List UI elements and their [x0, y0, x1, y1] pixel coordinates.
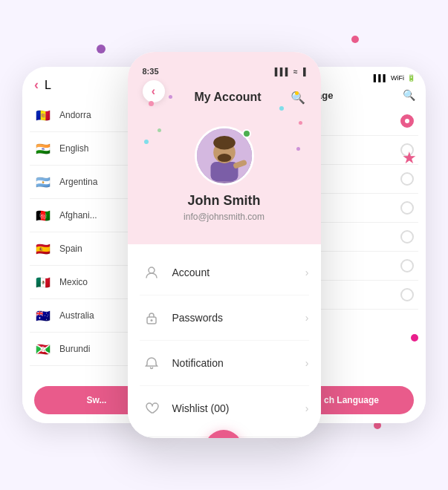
menu-arrow-notification: ›	[305, 357, 309, 369]
radio-unselected[interactable]	[400, 259, 414, 272]
main-phone-top: ‹ My Account 🔍	[128, 80, 321, 244]
confetti-dot-2	[169, 95, 172, 99]
decor-dot-1	[97, 45, 105, 53]
country-label: Argentina	[59, 177, 97, 187]
right-pink-dot	[411, 334, 418, 342]
menu-item-wishlist[interactable]: Wishlist (00) ›	[140, 386, 309, 431]
svg-point-6	[149, 267, 155, 273]
signal-icon: ▌▌▌	[374, 74, 388, 82]
confetti-dot-7	[144, 140, 149, 144]
menu-label-wishlist: Wishlist (00)	[172, 402, 230, 414]
main-status-bar: 8:35 ▌▌▌ ≈ ▐	[128, 52, 321, 80]
radio-selected[interactable]	[400, 114, 414, 128]
country-label: Afghani...	[59, 210, 97, 220]
radio-unselected[interactable]	[400, 230, 414, 244]
radio-unselected[interactable]	[400, 201, 414, 215]
radio-unselected[interactable]	[400, 172, 414, 186]
svg-point-3	[213, 136, 236, 150]
confetti-dot-4	[295, 91, 299, 95]
radio-unselected[interactable]	[400, 288, 414, 301]
decor-dot-2	[351, 36, 359, 43]
flag-icon: 🇮🇳	[34, 140, 52, 157]
status-icons: ▌▌▌ WiFi 🔋	[374, 74, 415, 82]
main-status-time: 8:35	[143, 67, 159, 76]
menu-arrow-passwords: ›	[305, 312, 309, 324]
flag-icon: 🇪🇸	[34, 240, 52, 258]
profile-section: John Smith info@johnsmith.com	[143, 126, 306, 229]
main-signal-icon: ▌▌▌	[275, 68, 290, 76]
confetti-dot-8	[296, 147, 300, 151]
flag-icon: 🇦🇺	[34, 307, 52, 324]
menu-item-left: Notification	[140, 351, 224, 375]
main-header-title: My Account	[194, 91, 261, 104]
main-wifi-icon: ≈	[293, 68, 298, 76]
country-label: Burundi	[59, 344, 90, 354]
country-label: English	[59, 143, 88, 154]
menu-label-notification: Notification	[172, 357, 224, 369]
menu-arrow-wishlist: ›	[305, 402, 309, 414]
menu-label-passwords: Passwords	[172, 312, 223, 324]
menu-section: Account › Passwords ›	[128, 244, 321, 437]
flag-icon: 🇧🇮	[34, 340, 52, 358]
profile-name: John Smith	[188, 193, 261, 209]
confetti-dot-3	[279, 106, 284, 111]
bottom-nav	[128, 437, 321, 438]
wishlist-icon	[140, 396, 163, 420]
profile-email: info@johnsmith.com	[184, 212, 264, 222]
main-phone: 8:35 ▌▌▌ ≈ ▐ ‹ My Account 🔍	[128, 52, 321, 438]
main-status-icons: ▌▌▌ ≈ ▐	[275, 68, 306, 76]
wifi-icon: WiFi	[391, 74, 404, 82]
country-label: Mexico	[59, 277, 88, 287]
svg-point-4	[217, 154, 231, 162]
password-icon	[140, 306, 163, 330]
country-label: Spain	[59, 244, 82, 254]
menu-item-notification[interactable]: Notification ›	[140, 341, 309, 386]
battery-icon: 🔋	[407, 74, 415, 82]
country-label: Andorra	[59, 110, 91, 120]
flag-icon: 🇦🇩	[34, 106, 52, 124]
svg-point-8	[150, 319, 152, 321]
menu-item-passwords[interactable]: Passwords ›	[140, 295, 309, 341]
confetti-dot-6	[158, 128, 161, 132]
left-phone-title: L	[45, 79, 51, 92]
notification-icon	[140, 351, 163, 375]
menu-arrow-account: ›	[305, 267, 309, 278]
flag-icon: 🇦🇷	[34, 173, 52, 191]
menu-item-left: Account	[140, 261, 210, 284]
back-arrow-icon: ‹	[152, 85, 155, 98]
country-label: Australia	[59, 310, 94, 321]
avatar-online-dot	[242, 129, 251, 138]
menu-item-left: Wishlist (00)	[140, 396, 230, 420]
star-icon: ★	[402, 148, 417, 168]
menu-item-account[interactable]: Account ›	[140, 250, 309, 295]
confetti-dot-1	[149, 101, 154, 106]
right-search-icon[interactable]: 🔍	[403, 89, 415, 101]
left-back-arrow[interactable]: ‹	[34, 77, 39, 93]
main-back-button[interactable]: ‹	[143, 80, 165, 102]
avatar-wrapper	[195, 126, 254, 186]
menu-item-left: Passwords	[140, 306, 223, 330]
account-icon	[140, 261, 163, 284]
menu-label-account: Account	[172, 267, 210, 278]
flag-icon: 🇲🇽	[34, 273, 52, 291]
main-battery-icon: ▐	[300, 68, 305, 76]
confetti-dot-5	[299, 121, 302, 125]
flag-icon: 🇦🇫	[34, 206, 52, 224]
